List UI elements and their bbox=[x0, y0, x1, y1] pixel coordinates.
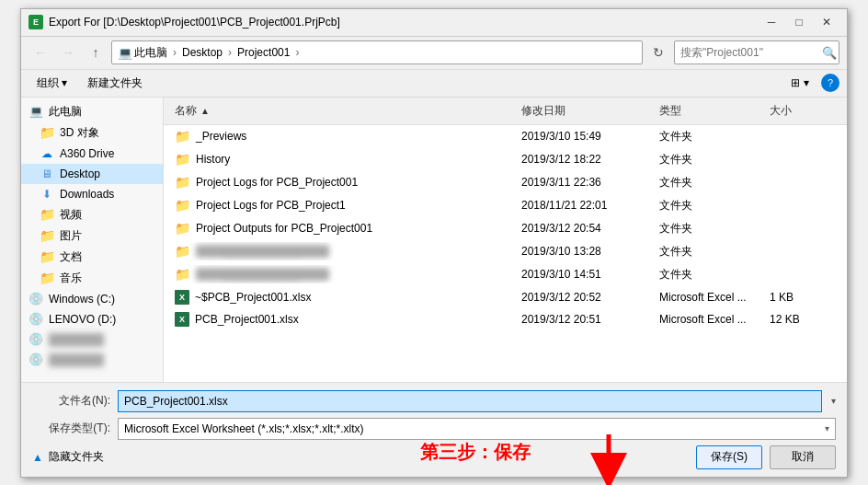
new-folder-button[interactable]: 新建文件夹 bbox=[79, 71, 151, 95]
header-size[interactable]: 大小 bbox=[766, 101, 839, 121]
breadcrumb-desktop[interactable]: Desktop bbox=[182, 46, 223, 59]
table-row[interactable]: 📁 _Previews 2019/3/10 15:49 文件夹 bbox=[164, 125, 847, 148]
sidebar-label-downloads: Downloads bbox=[60, 188, 114, 201]
sidebar-label-blurred1: ███████ bbox=[49, 333, 104, 346]
sidebar-item-documents[interactable]: 📁 文档 bbox=[21, 247, 163, 268]
sidebar-item-computer[interactable]: 💻 此电脑 bbox=[21, 101, 163, 122]
cancel-label: 取消 bbox=[792, 449, 814, 465]
sidebar-item-pictures[interactable]: 📁 图片 bbox=[21, 225, 163, 247]
filename-dropdown-arrow[interactable]: ▾ bbox=[831, 396, 836, 406]
header-date[interactable]: 修改日期 bbox=[518, 101, 656, 121]
table-row[interactable]: 📁 History 2019/3/12 18:22 文件夹 bbox=[164, 148, 847, 171]
header-type[interactable]: 类型 bbox=[656, 101, 766, 121]
hide-folders-toggle[interactable]: ▲ 隐藏文件夹 bbox=[32, 449, 104, 465]
breadcrumb-sep-1: › bbox=[173, 46, 177, 59]
filetype-value: Microsoft Excel Worksheet (*.xls;*.xlsx;… bbox=[124, 422, 825, 435]
file-name: Project Outputs for PCB_Project001 bbox=[196, 222, 372, 235]
breadcrumb-computer[interactable]: 💻 此电脑 bbox=[118, 45, 167, 61]
file-name: Project Logs for PCB_Project1 bbox=[196, 199, 346, 212]
sidebar-item-music[interactable]: 📁 音乐 bbox=[21, 268, 163, 289]
step3-annotation: 第三步：保存 bbox=[420, 440, 531, 465]
refresh-button[interactable]: ↻ bbox=[646, 40, 670, 64]
table-row[interactable]: 📁 Project Logs for PCB_Project1 2018/11/… bbox=[164, 194, 847, 217]
folder-icon-3d: 📁 bbox=[40, 125, 54, 140]
sidebar-item-drive-blurred2[interactable]: 💿 ███████ bbox=[21, 350, 163, 370]
folder-icon: 📁 bbox=[175, 221, 190, 236]
breadcrumb-computer-label: 此电脑 bbox=[134, 45, 167, 61]
sidebar-label-music: 音乐 bbox=[60, 271, 82, 286]
file-type: 文件夹 bbox=[656, 127, 766, 146]
sidebar-label-3d: 3D 对象 bbox=[60, 125, 99, 141]
table-row[interactable]: 📁 ██████████ 2019/3/10 14:51 文件夹 bbox=[164, 263, 847, 286]
sidebar-label-pictures: 图片 bbox=[60, 228, 82, 244]
sidebar-item-videos[interactable]: 📁 视频 bbox=[21, 204, 163, 225]
help-button[interactable]: ? bbox=[821, 74, 839, 92]
file-size bbox=[766, 272, 839, 276]
forward-button[interactable]: → bbox=[56, 40, 80, 64]
organize-button[interactable]: 组织 ▾ bbox=[29, 71, 75, 95]
sidebar-label-documents: 文档 bbox=[60, 249, 82, 265]
file-size bbox=[766, 249, 839, 253]
app-icon: E bbox=[29, 15, 43, 29]
filetype-select[interactable]: Microsoft Excel Worksheet (*.xls;*.xlsx;… bbox=[118, 418, 836, 440]
file-type: Microsoft Excel ... bbox=[656, 311, 766, 328]
back-button[interactable]: ← bbox=[29, 40, 52, 64]
file-size bbox=[766, 180, 839, 184]
sidebar-item-drive-blurred1[interactable]: 💿 ███████ bbox=[21, 329, 163, 350]
secondary-toolbar: 组织 ▾ 新建文件夹 ⊞ ▾ ? bbox=[21, 70, 847, 98]
search-input[interactable] bbox=[680, 46, 818, 59]
sidebar-item-a360[interactable]: ☁ A360 Drive bbox=[21, 144, 163, 164]
breadcrumb-project[interactable]: Project001 bbox=[237, 46, 290, 59]
view-icon: ⊞ bbox=[791, 76, 800, 89]
address-bar[interactable]: 💻 此电脑 › Desktop › Project001 › bbox=[111, 40, 643, 64]
search-bar[interactable]: 🔍 bbox=[674, 40, 839, 64]
table-row[interactable]: 📁 Project Outputs for PCB_Project001 201… bbox=[164, 217, 847, 240]
organize-label: 组织 ▾ bbox=[37, 75, 67, 91]
folder-icon: 📁 bbox=[175, 267, 190, 282]
view-button[interactable]: ⊞ ▾ bbox=[782, 71, 817, 95]
drive-icon-blurred2: 💿 bbox=[29, 352, 43, 367]
cancel-button[interactable]: 取消 bbox=[770, 445, 836, 469]
sidebar: 💻 此电脑 📁 3D 对象 ☁ A360 Drive 🖥 Desktop ⬇ D… bbox=[21, 98, 164, 382]
bottom-area: 文件名(N): ▾ 保存类型(T): Microsoft Excel Works… bbox=[21, 382, 847, 477]
file-name: ~$PCB_Project001.xlsx bbox=[195, 291, 311, 304]
filetype-label: 保存类型(T): bbox=[32, 421, 110, 436]
file-date: 2019/3/12 20:54 bbox=[518, 220, 656, 237]
file-name: PCB_Project001.xlsx bbox=[195, 313, 299, 326]
file-date: 2019/3/11 22:36 bbox=[518, 174, 656, 191]
maximize-button[interactable]: □ bbox=[786, 13, 812, 31]
table-row[interactable]: X ~$PCB_Project001.xlsx 2019/3/12 20:52 … bbox=[164, 286, 847, 308]
excel-icon: X bbox=[175, 290, 189, 305]
save-button[interactable]: 保存(S) bbox=[696, 445, 762, 469]
filetype-row: 保存类型(T): Microsoft Excel Worksheet (*.xl… bbox=[32, 418, 836, 440]
file-type: 文件夹 bbox=[656, 173, 766, 192]
sidebar-label-drive-d: LENOVO (D:) bbox=[49, 313, 116, 326]
minimize-button[interactable]: ─ bbox=[759, 13, 784, 31]
app-icon-letter: E bbox=[33, 17, 39, 27]
folder-icon-pictures: 📁 bbox=[40, 228, 54, 243]
table-row[interactable]: 📁 ██████████ 2019/3/10 13:28 文件夹 bbox=[164, 240, 847, 263]
sidebar-item-desktop[interactable]: 🖥 Desktop bbox=[21, 164, 163, 184]
breadcrumb-project-label: Project001 bbox=[237, 46, 290, 59]
sidebar-item-drive-d[interactable]: 💿 LENOVO (D:) bbox=[21, 309, 163, 329]
file-date: 2019/3/12 18:22 bbox=[518, 151, 656, 167]
sidebar-item-drive-c[interactable]: 💿 Windows (C:) bbox=[21, 289, 163, 309]
file-date: 2019/3/12 20:51 bbox=[518, 311, 656, 328]
close-button[interactable]: ✕ bbox=[814, 13, 839, 31]
file-size bbox=[766, 134, 839, 138]
filename-input[interactable] bbox=[118, 390, 822, 412]
window-title: Export For [D:\Desktop\Project001\PCB_Pr… bbox=[49, 16, 759, 29]
table-row[interactable]: 📁 Project Logs for PCB_Project001 2019/3… bbox=[164, 171, 847, 194]
hide-folders-arrow: ▲ bbox=[32, 451, 43, 464]
header-name[interactable]: 名称 ▲ bbox=[171, 101, 518, 121]
table-row[interactable]: X PCB_Project001.xlsx 2019/3/12 20:51 Mi… bbox=[164, 308, 847, 330]
folder-icon: 📁 bbox=[175, 129, 190, 144]
file-type: 文件夹 bbox=[656, 196, 766, 215]
file-date: 2018/11/21 22:01 bbox=[518, 197, 656, 214]
folder-icon-videos: 📁 bbox=[40, 207, 54, 222]
file-list: 名称 ▲ 修改日期 类型 大小 📁 _Previews bbox=[164, 98, 847, 382]
sidebar-item-3d[interactable]: 📁 3D 对象 bbox=[21, 122, 163, 144]
up-button[interactable]: ↑ bbox=[84, 40, 108, 64]
drive-icon-c: 💿 bbox=[29, 292, 43, 306]
sidebar-item-downloads[interactable]: ⬇ Downloads bbox=[21, 184, 163, 204]
